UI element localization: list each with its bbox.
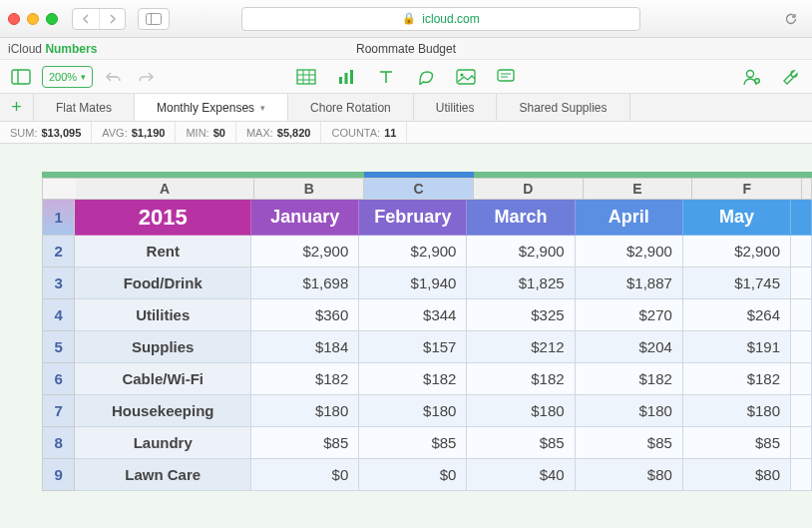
column-header[interactable]: F <box>692 178 802 200</box>
minimize-window-button[interactable] <box>27 13 39 25</box>
data-cell[interactable]: $2,900 <box>251 236 359 267</box>
column-header[interactable]: B <box>254 178 364 200</box>
address-bar[interactable]: 🔒 icloud.com <box>241 7 640 31</box>
row-header[interactable]: 7 <box>42 395 75 427</box>
stat-avg[interactable]: AVG:$1,190 <box>92 122 176 143</box>
forward-button[interactable] <box>99 9 125 29</box>
data-cell[interactable]: $325 <box>467 299 575 331</box>
row-header[interactable]: 1 <box>42 200 75 236</box>
view-options-button[interactable] <box>10 66 32 88</box>
select-all-corner[interactable] <box>42 178 76 200</box>
data-cell[interactable]: $85 <box>467 427 575 459</box>
reload-button[interactable] <box>778 8 804 30</box>
add-sheet-button[interactable]: + <box>0 94 34 121</box>
data-cell[interactable]: $182 <box>683 363 791 395</box>
row-label-cell[interactable]: Laundry <box>75 427 251 459</box>
column-header[interactable]: E <box>584 178 693 200</box>
row-header[interactable]: 2 <box>42 236 75 267</box>
stat-min[interactable]: MIN:$0 <box>176 122 235 143</box>
data-cell[interactable]: $180 <box>576 395 683 427</box>
data-cell[interactable]: $270 <box>576 299 683 331</box>
data-cell[interactable]: $0 <box>359 459 467 491</box>
data-cell[interactable]: $2,900 <box>359 236 467 267</box>
data-cell[interactable]: $40 <box>467 459 575 491</box>
data-cell[interactable]: $204 <box>576 331 683 363</box>
row-label-cell[interactable]: Utilities <box>75 299 251 331</box>
data-cell[interactable]: $85 <box>359 427 467 459</box>
insert-image-button[interactable] <box>455 66 477 88</box>
data-cell[interactable]: $80 <box>683 459 791 491</box>
data-cell[interactable]: $360 <box>251 299 359 331</box>
column-header[interactable]: A <box>76 178 255 200</box>
row-header[interactable]: 6 <box>42 363 75 395</box>
insert-table-button[interactable] <box>295 66 317 88</box>
row-label-cell[interactable]: Cable/Wi-Fi <box>75 363 251 395</box>
data-cell[interactable]: $85 <box>576 427 683 459</box>
data-cell[interactable]: $182 <box>251 363 359 395</box>
spreadsheet-canvas[interactable]: ABCDEF 12015JanuaryFebruaryMarchAprilMay… <box>0 144 812 528</box>
zoom-dropdown[interactable]: 200% <box>42 66 93 88</box>
data-cell[interactable]: $182 <box>467 363 575 395</box>
data-cell[interactable]: $0 <box>251 459 359 491</box>
column-header[interactable]: D <box>474 178 584 200</box>
data-cell[interactable]: $85 <box>683 427 791 459</box>
data-cell[interactable]: $182 <box>576 363 683 395</box>
data-cell[interactable]: $157 <box>359 331 467 363</box>
data-cell[interactable]: $191 <box>683 331 791 363</box>
data-cell[interactable]: $1,698 <box>251 267 359 299</box>
row-label-cell[interactable]: Lawn Care <box>75 459 251 491</box>
redo-button[interactable] <box>135 66 157 88</box>
sheet-tab[interactable]: Utilities <box>414 94 498 121</box>
data-cell[interactable]: $180 <box>359 395 467 427</box>
data-cell[interactable]: $2,900 <box>683 236 791 267</box>
stat-counta[interactable]: COUNTA:11 <box>321 122 407 143</box>
data-cell[interactable]: $85 <box>251 427 359 459</box>
data-cell[interactable]: $80 <box>576 459 683 491</box>
back-button[interactable] <box>73 9 99 29</box>
row-header[interactable]: 5 <box>42 331 75 363</box>
data-cell[interactable]: $184 <box>251 331 359 363</box>
close-window-button[interactable] <box>8 13 20 25</box>
undo-button[interactable] <box>103 66 125 88</box>
data-cell[interactable]: $344 <box>359 299 467 331</box>
show-sidebar-button[interactable] <box>138 8 170 30</box>
sheet-tab[interactable]: Shared Supplies <box>497 94 629 121</box>
data-cell[interactable]: $180 <box>683 395 791 427</box>
data-cell[interactable]: $2,900 <box>576 236 683 267</box>
fullscreen-window-button[interactable] <box>46 13 58 25</box>
row-label-cell[interactable]: Rent <box>75 236 251 267</box>
sheet-tab[interactable]: Chore Rotation <box>288 94 414 121</box>
header-cell[interactable]: January <box>251 200 359 236</box>
data-cell[interactable]: $2,900 <box>467 236 575 267</box>
header-cell[interactable]: May <box>683 200 791 236</box>
insert-chart-button[interactable] <box>335 66 357 88</box>
stat-sum[interactable]: SUM:$13,095 <box>0 122 92 143</box>
table[interactable]: ABCDEF 12015JanuaryFebruaryMarchAprilMay… <box>42 178 812 491</box>
row-header[interactable]: 3 <box>42 267 75 299</box>
row-header[interactable]: 4 <box>42 299 75 331</box>
sheet-tab[interactable]: Flat Mates <box>34 94 135 121</box>
row-header[interactable]: 8 <box>42 427 75 459</box>
sheet-tab[interactable]: Monthly Expenses <box>135 94 288 121</box>
header-cell[interactable]: 2015 <box>75 200 251 236</box>
header-cell[interactable]: April <box>576 200 683 236</box>
document-title[interactable]: Roommate Budget <box>0 42 812 56</box>
insert-shape-button[interactable] <box>415 66 437 88</box>
data-cell[interactable]: $212 <box>467 331 575 363</box>
header-cell[interactable]: February <box>359 200 467 236</box>
data-cell[interactable]: $180 <box>467 395 575 427</box>
data-cell[interactable]: $1,940 <box>359 267 467 299</box>
data-cell[interactable]: $182 <box>359 363 467 395</box>
collaborate-button[interactable] <box>740 66 762 88</box>
data-cell[interactable]: $264 <box>683 299 791 331</box>
row-label-cell[interactable]: Supplies <box>75 331 251 363</box>
tools-button[interactable] <box>780 66 802 88</box>
insert-text-button[interactable] <box>375 66 397 88</box>
column-header[interactable]: C <box>364 178 474 200</box>
row-label-cell[interactable]: Housekeeping <box>75 395 251 427</box>
data-cell[interactable]: $1,887 <box>576 267 683 299</box>
row-label-cell[interactable]: Food/Drink <box>75 267 251 299</box>
row-header[interactable]: 9 <box>42 459 75 491</box>
data-cell[interactable]: $1,745 <box>683 267 791 299</box>
data-cell[interactable]: $1,825 <box>467 267 575 299</box>
